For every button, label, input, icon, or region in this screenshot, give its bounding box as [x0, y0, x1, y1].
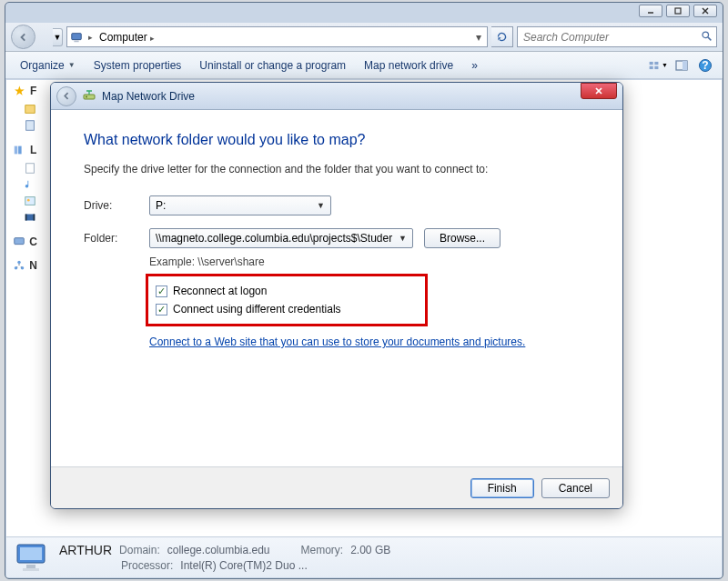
dialog-heading: What network folder would you like to ma…	[84, 132, 590, 148]
map-network-drive-button[interactable]: Map network drive	[357, 56, 460, 75]
reconnect-label: Reconnect at logon	[173, 285, 267, 297]
processor-value: Intel(R) Core(TM)2 Duo ...	[180, 559, 307, 572]
svg-rect-11	[654, 65, 658, 68]
folder-path-combo[interactable]: \\magneto.college.columbia.edu\projects$…	[149, 228, 413, 248]
window-titlebar	[5, 3, 723, 23]
details-pane: ARTHUR Domain: college.columbia.edu Memo…	[6, 536, 722, 577]
svg-rect-1	[675, 8, 681, 14]
svg-text:?: ?	[702, 59, 708, 72]
computer-tree-icon	[12, 235, 25, 249]
domain-label: Domain:	[119, 544, 160, 556]
downloads-icon	[23, 102, 37, 116]
dialog-footer: Finish Cancel	[51, 466, 622, 508]
computer-icon	[67, 31, 86, 44]
dialog-back-button[interactable]	[56, 86, 76, 106]
memory-label: Memory:	[301, 544, 344, 556]
folder-label: Folder:	[84, 232, 149, 245]
map-network-drive-dialog: Map Network Drive What network folder wo…	[50, 82, 623, 509]
folder-path-value: \\magneto.college.columbia.edu\projects$…	[156, 232, 392, 245]
recent-icon	[23, 118, 37, 133]
refresh-button[interactable]	[491, 26, 513, 47]
different-credentials-checkbox[interactable]	[156, 304, 167, 316]
processor-label: Processor:	[121, 559, 173, 572]
breadcrumb-computer[interactable]: Computer ▸	[96, 31, 470, 44]
dialog-title: Map Network Drive	[102, 90, 195, 103]
svg-line-7	[708, 37, 711, 40]
view-options-button[interactable]: ▼	[648, 55, 668, 75]
svg-rect-13	[682, 61, 687, 70]
example-text: Example: \\server\share	[149, 255, 590, 268]
documents-icon	[23, 161, 37, 175]
svg-rect-24	[34, 215, 35, 221]
highlight-annotation: Reconnect at logon Connect using differe…	[146, 274, 428, 326]
svg-point-34	[86, 96, 87, 98]
drive-label: Drive:	[84, 199, 149, 212]
chevron-down-icon: ▼	[399, 234, 407, 243]
svg-rect-8	[650, 61, 653, 64]
browse-button[interactable]: Browse...	[424, 228, 500, 248]
reconnect-checkbox[interactable]	[156, 285, 167, 297]
svg-rect-16	[26, 121, 35, 131]
svg-rect-30	[20, 547, 42, 560]
svg-rect-4	[72, 33, 82, 39]
different-credentials-label: Connect using different credentials	[173, 303, 341, 316]
uninstall-program-button[interactable]: Uninstall or change a program	[192, 56, 353, 75]
computer-large-icon	[14, 541, 50, 574]
svg-rect-32	[23, 568, 39, 571]
svg-point-28	[17, 261, 21, 265]
system-properties-button[interactable]: System properties	[86, 56, 189, 75]
command-bar: Organize▼ System properties Uninstall or…	[5, 52, 723, 79]
navigation-pane: ★F L C N	[6, 80, 43, 536]
svg-rect-9	[654, 61, 658, 64]
search-icon[interactable]	[696, 30, 716, 45]
memory-value: 2.00 GB	[350, 544, 390, 556]
help-button[interactable]: ?	[695, 55, 715, 75]
network-header[interactable]: N	[29, 259, 37, 272]
close-button[interactable]	[693, 5, 717, 17]
svg-rect-18	[18, 146, 22, 155]
favorites-header[interactable]: F	[30, 85, 36, 97]
svg-point-6	[703, 32, 709, 38]
svg-rect-25	[14, 238, 24, 245]
search-box[interactable]	[517, 26, 717, 47]
drive-letter-combo[interactable]: P: ▼	[149, 195, 331, 215]
favorites-icon: ★	[12, 84, 26, 98]
svg-point-21	[27, 199, 30, 202]
address-bar[interactable]: ▸ Computer ▸ ▾	[66, 26, 488, 47]
address-dropdown[interactable]: ▾	[470, 31, 487, 44]
finish-button[interactable]: Finish	[470, 478, 534, 498]
dialog-instruction: Specify the drive letter for the connect…	[84, 163, 590, 175]
navigation-row: ▼ ▸ Computer ▸ ▾	[5, 23, 723, 52]
organize-menu[interactable]: Organize▼	[13, 56, 83, 75]
libraries-icon	[12, 143, 26, 157]
svg-rect-31	[26, 565, 35, 568]
toolbar-overflow[interactable]: »	[464, 56, 485, 75]
breadcrumb-arrow[interactable]: ▸	[86, 33, 96, 42]
svg-rect-23	[25, 215, 27, 221]
search-input[interactable]	[518, 31, 696, 44]
svg-rect-33	[84, 95, 95, 99]
music-icon	[23, 177, 37, 192]
dialog-titlebar: Map Network Drive	[51, 83, 622, 110]
minimize-button[interactable]	[639, 5, 662, 17]
drive-letter-value: P:	[156, 199, 166, 212]
nav-history-dropdown[interactable]: ▼	[53, 28, 63, 46]
network-tree-icon	[12, 258, 25, 273]
svg-rect-17	[15, 146, 18, 155]
nav-back-button[interactable]	[11, 25, 35, 49]
svg-rect-5	[74, 40, 78, 42]
dialog-close-button[interactable]	[581, 83, 617, 99]
connect-website-link[interactable]: Connect to a Web site that you can use t…	[149, 336, 525, 348]
cancel-button[interactable]: Cancel	[541, 478, 610, 498]
videos-icon	[23, 210, 37, 225]
computer-header[interactable]: C	[29, 235, 37, 248]
domain-value: college.columbia.edu	[167, 544, 270, 556]
svg-rect-20	[25, 197, 35, 205]
chevron-down-icon: ▼	[317, 201, 325, 210]
preview-pane-button[interactable]	[672, 55, 692, 75]
libraries-header[interactable]: L	[30, 144, 36, 156]
network-drive-icon	[82, 87, 96, 105]
pictures-icon	[23, 194, 37, 208]
maximize-button[interactable]	[666, 5, 690, 17]
svg-rect-10	[650, 65, 653, 68]
